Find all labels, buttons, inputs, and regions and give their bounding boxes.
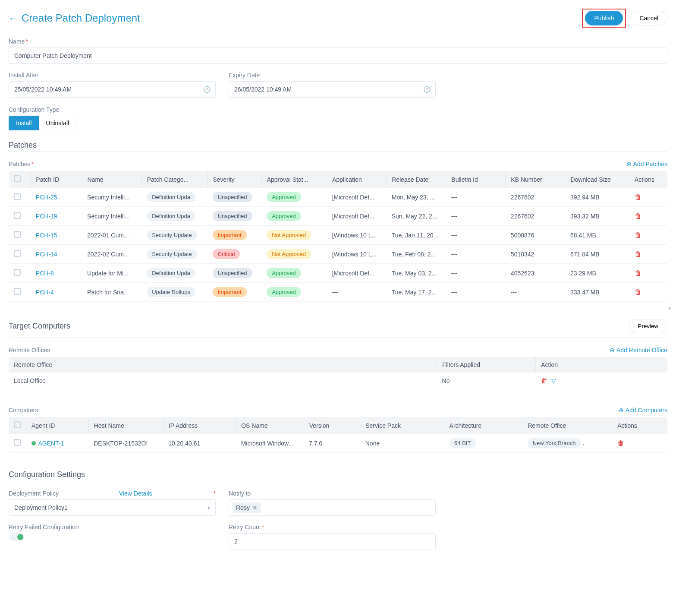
install-toggle[interactable]: Install xyxy=(9,116,39,130)
release-cell: Tue, May 17, 2... xyxy=(387,283,446,302)
cancel-button[interactable]: Cancel xyxy=(630,11,667,25)
expiry-date-input[interactable] xyxy=(229,81,436,98)
col-severity[interactable]: Severity xyxy=(208,171,262,188)
patch-id-link[interactable]: PCH-14 xyxy=(36,251,57,258)
patch-id-link[interactable]: PCH-15 xyxy=(36,232,57,239)
patch-id-link[interactable]: PCH-4 xyxy=(36,289,54,296)
expiry-date-label: Expiry Date xyxy=(229,72,436,79)
trash-icon[interactable]: 🗑 xyxy=(635,231,641,239)
application-cell: [Microsoft Def... xyxy=(327,188,387,207)
trash-icon[interactable]: 🗑 xyxy=(617,439,624,447)
select-all-checkbox[interactable] xyxy=(14,175,21,182)
application-cell: [Windows 10 L... xyxy=(327,245,387,264)
row-checkbox[interactable] xyxy=(14,231,21,238)
application-cell: [Windows 10 L... xyxy=(327,226,387,245)
col-release[interactable]: Release Date xyxy=(387,171,446,188)
agent-id-link[interactable]: AGENT-1 xyxy=(38,440,64,447)
row-checkbox[interactable] xyxy=(14,269,21,276)
trash-icon[interactable]: 🗑 xyxy=(635,193,641,201)
col-kb[interactable]: KB Number xyxy=(506,171,565,188)
arch-badge: 64 BIT xyxy=(449,438,476,448)
patch-id-link[interactable]: PCH-19 xyxy=(36,213,57,220)
severity-badge: Critical xyxy=(213,249,240,259)
approval-badge: Not Approved xyxy=(267,230,311,240)
trash-icon[interactable]: 🗑 xyxy=(635,250,641,258)
computers-table: Agent ID Host Name IP Address OS Name Ve… xyxy=(9,417,667,453)
kb-cell: --- xyxy=(506,283,565,302)
name-input[interactable] xyxy=(9,47,667,64)
col-comp-actions: Actions xyxy=(612,417,667,434)
deployment-policy-select[interactable]: Deployment Policy1 ▾ xyxy=(9,499,216,516)
approval-badge: Not Approved xyxy=(267,249,311,259)
select-all-computers-checkbox[interactable] xyxy=(14,421,21,428)
publish-button[interactable]: Publish xyxy=(585,11,623,25)
col-bulletin[interactable]: Bulletin Id xyxy=(446,171,506,188)
row-checkbox[interactable] xyxy=(14,439,21,446)
view-details-link[interactable]: View Details xyxy=(119,490,152,497)
trash-icon[interactable]: 🗑 xyxy=(635,269,641,277)
trash-icon[interactable]: 🗑 xyxy=(635,288,641,296)
notify-to-input[interactable]: Rosy ✕ ▾ xyxy=(229,499,436,516)
col-os[interactable]: OS Name xyxy=(236,417,304,434)
col-name[interactable]: Name xyxy=(82,171,141,188)
ro-name-cell: Local Office xyxy=(9,373,437,389)
category-badge: Definition Upda xyxy=(147,192,195,202)
trash-icon[interactable]: 🗑 xyxy=(635,212,641,220)
category-badge: Security Update xyxy=(147,249,197,259)
ro-filters-cell: No xyxy=(437,373,536,389)
sp-cell: None xyxy=(360,434,444,453)
add-patches-link[interactable]: Add Patches xyxy=(626,161,667,167)
col-sp[interactable]: Service Pack xyxy=(360,417,444,434)
table-row: PCH-25 Security Intelli... Definition Up… xyxy=(9,188,667,207)
bulletin-cell: --- xyxy=(446,283,506,302)
col-version[interactable]: Version xyxy=(304,417,360,434)
ro-badge: New York Branch xyxy=(528,438,581,448)
size-cell: 392.94 MB xyxy=(565,188,629,207)
trash-icon[interactable]: 🗑 xyxy=(541,377,548,384)
category-badge: Update Rollups xyxy=(147,287,195,297)
row-checkbox[interactable] xyxy=(14,212,21,219)
col-application[interactable]: Application xyxy=(327,171,387,188)
clock-icon[interactable]: 🕐 xyxy=(423,86,431,93)
add-computers-link[interactable]: Add Computers xyxy=(619,407,667,414)
tag-close-icon[interactable]: ✕ xyxy=(252,504,258,511)
patches-section-title: Patches xyxy=(9,141,667,150)
back-arrow-icon[interactable]: ← xyxy=(9,13,17,23)
col-arch[interactable]: Architecture xyxy=(444,417,522,434)
row-checkbox[interactable] xyxy=(14,250,21,257)
retry-failed-toggle[interactable] xyxy=(9,533,24,541)
col-ro[interactable]: Remote Office xyxy=(522,417,612,434)
clock-icon[interactable]: 🕐 xyxy=(203,86,211,93)
add-remote-office-link[interactable]: Add Remote Office xyxy=(610,347,667,354)
category-badge: Security Update xyxy=(147,230,197,240)
uninstall-toggle[interactable]: Uninstall xyxy=(39,116,77,130)
deployment-policy-label: Deployment Policy xyxy=(9,490,59,497)
preview-button[interactable]: Preview xyxy=(629,319,667,333)
severity-badge: Unspecified xyxy=(213,192,252,202)
col-ro-filters[interactable]: Filters Applied xyxy=(437,357,536,373)
col-category[interactable]: Patch Catego... xyxy=(141,171,208,188)
patches-label: Patches xyxy=(9,161,34,167)
col-size[interactable]: Download Size xyxy=(565,171,629,188)
col-ip[interactable]: IP Address xyxy=(163,417,236,434)
col-approval[interactable]: Approval Stat... xyxy=(261,171,327,188)
patch-id-link[interactable]: PCH-8 xyxy=(36,270,54,277)
severity-badge: Important xyxy=(213,287,247,297)
col-agent-id[interactable]: Agent ID xyxy=(26,417,89,434)
row-checkbox[interactable] xyxy=(14,288,21,295)
kb-cell: 5010342 xyxy=(506,245,565,264)
col-patch-id[interactable]: Patch ID xyxy=(31,171,82,188)
install-after-input[interactable] xyxy=(9,81,216,98)
retry-count-input[interactable] xyxy=(229,533,436,550)
category-badge: Definition Upda xyxy=(147,268,195,278)
size-cell: 68.41 MB xyxy=(565,226,629,245)
col-host[interactable]: Host Name xyxy=(88,417,163,434)
name-label: Name xyxy=(9,38,667,45)
status-dot-icon xyxy=(31,441,36,445)
bulletin-cell: --- xyxy=(446,188,506,207)
col-ro-name[interactable]: Remote Office xyxy=(9,357,437,373)
filter-icon[interactable]: ▽ xyxy=(551,377,556,384)
approval-badge: Approved xyxy=(267,192,301,202)
patch-id-link[interactable]: PCH-25 xyxy=(36,194,57,201)
row-checkbox[interactable] xyxy=(14,193,21,200)
